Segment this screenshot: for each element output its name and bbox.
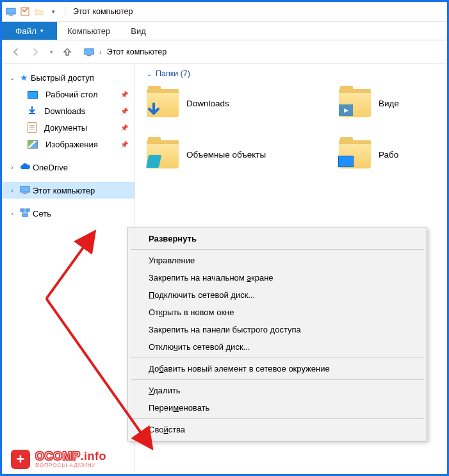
cm-properties[interactable]: Свойства [129,421,425,438]
folder-3d-objects[interactable]: Объемные объекты [147,136,339,173]
folder-videos[interactable]: ▶ Виде [339,85,445,122]
back-button[interactable] [8,44,24,60]
svg-rect-1 [9,15,13,16]
cm-label: Переи [149,403,173,413]
document-icon [28,122,37,133]
cm-accel: П [149,290,154,300]
cm-label: кране [251,273,273,283]
nav-bar: ▾ › Этот компьютер [2,40,447,64]
watermark-line1: OCOMP.info [35,450,106,462]
tab-file[interactable]: Файл ▾ [2,22,57,40]
pin-icon: 📌 [120,91,128,98]
cm-label: Сво [149,425,163,434]
sidebar-item-label: Этот компьютер [33,186,95,195]
separator [131,357,424,358]
titlebar: ▾ Этот компьютер [2,2,447,22]
watermark-badge: + OCOMP.info ВОПРОСЫ АДМИНУ [11,450,106,469]
sidebar-item-desktop[interactable]: Рабочий стол 📌 [2,86,135,103]
explorer-window: ▾ Этот компьютер Файл ▾ Компьютер Вид ▾ … [0,0,449,476]
cm-disconnect-drive[interactable]: Отключить сетевой диск... [129,338,425,356]
cm-pin-start[interactable]: Закрепить на начальном экране [129,269,425,286]
cm-add-network-location[interactable]: Добавить новый элемент в сетевое окружен… [129,360,425,377]
chevron-right-icon: › [7,164,17,171]
sidebar-item-downloads[interactable]: Downloads 📌 [2,103,135,119]
tab-computer[interactable]: Компьютер [57,22,120,40]
cm-label: ства [168,425,185,434]
tab-view[interactable]: Вид [120,22,156,40]
cm-manage[interactable]: Управление [129,252,425,269]
cm-accel: й [163,425,168,434]
folder-label: Downloads [186,99,229,108]
cm-accel: м [173,403,179,413]
cm-label: далить [153,386,180,395]
cm-delete[interactable]: Удалить [129,382,425,399]
chevron-right-icon: › [98,48,103,56]
tab-file-label: Файл [15,26,37,36]
qat-newfolder-icon[interactable] [34,6,44,17]
folder-icon [147,89,179,117]
cm-label: одключить сетевой диск... [154,290,255,300]
cm-map-drive[interactable]: Подключить сетевой диск... [129,286,425,304]
cm-accel: ч [174,342,178,352]
network-icon [20,208,30,219]
svg-rect-7 [23,193,27,194]
cm-label: Закрепить на начальном [149,273,247,283]
folder-downloads[interactable]: Downloads [147,85,339,122]
cm-expand[interactable]: Развернуть [129,230,425,247]
separator [131,379,424,380]
cm-label: Отклю [149,342,174,352]
sidebar-item-label: Сеть [33,209,51,218]
watermark-line2: ВОПРОСЫ АДМИНУ [35,463,106,468]
window-title: Этот компьютер [72,7,133,16]
sidebar-item-pictures[interactable]: Изображения 📌 [2,136,135,152]
folder-icon: ▶ [339,89,371,117]
folder-icon [147,140,179,168]
group-header-label: Папки (7) [156,69,190,78]
sidebar-item-quick-access[interactable]: ⌄ ★ Быстрый доступ [2,69,135,86]
desktop-icon [28,91,38,99]
svg-rect-3 [85,49,94,54]
pin-icon: 📌 [120,141,128,148]
pin-icon: 📌 [120,108,128,115]
forward-button[interactable] [28,44,43,60]
qat-properties-icon[interactable] [20,6,30,17]
cm-label: До [149,364,159,373]
address-bar[interactable]: › Этот компьютер [79,44,441,60]
cm-label: еновать [179,403,209,413]
cube-icon [145,153,162,170]
qat-dropdown-icon[interactable]: ▾ [48,6,58,17]
folder-label: Рабо [379,150,398,160]
sidebar-item-onedrive[interactable]: › OneDrive [2,159,135,176]
folder-grid: Downloads ▶ Виде Объемные объекты [147,85,445,173]
cm-pin-quick-access[interactable]: Закрепить на панели быстрого доступа [129,321,425,338]
sidebar-item-label: Downloads [44,106,85,116]
sidebar-item-network[interactable]: › Сеть [2,205,135,222]
recent-dropdown[interactable]: ▾ [47,44,56,60]
folder-label: Объемные объекты [186,150,266,160]
pin-icon: 📌 [120,124,128,131]
folder-label: Виде [379,99,399,108]
chevron-down-icon: ⌄ [147,70,152,78]
group-header-folders[interactable]: ⌄ Папки (7) [147,69,445,78]
chevron-right-icon: › [7,210,17,217]
svg-rect-0 [6,8,15,14]
video-icon: ▶ [338,102,354,119]
pc-icon [84,47,94,57]
cm-label: рыть в новом окне [163,308,234,317]
cm-accel: э [247,273,251,283]
folder-icon [339,140,371,168]
folder-desktop[interactable]: Рабо [339,136,445,173]
sidebar-item-label: Быстрый доступ [31,73,94,83]
cm-open-new-window[interactable]: Открыть в новом окне [129,304,425,321]
context-menu: Развернуть Управление Закрепить на начал… [127,227,427,441]
pc-icon [20,185,30,197]
desktop-icon [338,153,354,170]
ribbon-tabs: Файл ▾ Компьютер Вид [2,22,447,40]
download-arrow-icon [145,102,162,119]
up-button[interactable] [60,44,75,60]
sidebar-item-label: Документы [44,123,87,133]
sidebar-item-label: Изображения [45,140,98,149]
cm-rename[interactable]: Переименовать [129,399,425,416]
sidebar-item-documents[interactable]: Документы 📌 [2,119,135,136]
sidebar-item-this-pc[interactable]: › Этот компьютер [2,182,135,199]
